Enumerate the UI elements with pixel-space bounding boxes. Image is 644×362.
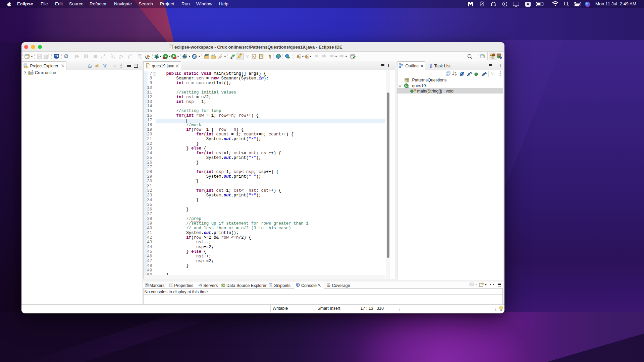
svg-text:¶: ¶ — [268, 54, 271, 59]
svg-text:C: C — [405, 83, 408, 87]
svg-text:S: S — [471, 71, 473, 74]
svg-text:z: z — [455, 73, 457, 77]
